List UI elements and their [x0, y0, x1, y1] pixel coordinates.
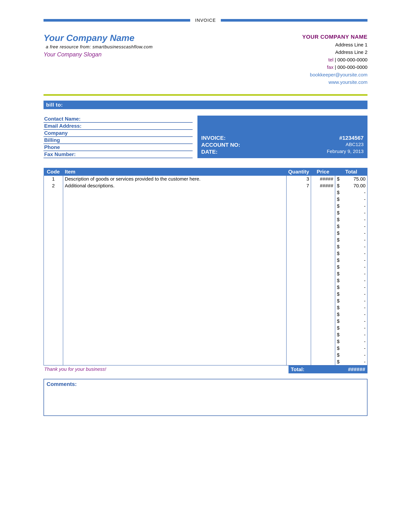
cell-price: [311, 196, 335, 203]
company-name: Your Company Name: [44, 33, 153, 43]
cell-total: $-: [335, 311, 367, 318]
cell-price: [311, 257, 335, 264]
contact-billing-field: Billing: [44, 137, 193, 144]
col-code: Code: [44, 168, 63, 176]
table-row: $-: [44, 237, 367, 243]
contact-fax-field: Fax Number:: [44, 151, 193, 158]
invoice-no-value: #1234567: [339, 135, 364, 141]
company-name-right: YOUR COMPANY NAME: [302, 33, 367, 41]
cell-code: [44, 291, 63, 298]
cell-total: $-: [335, 277, 367, 284]
cell-qty: [286, 189, 311, 196]
resource-line: a free resource from: smartbusinesscashf…: [46, 44, 153, 49]
cell-item: Description of goods or services provide…: [63, 176, 286, 182]
cell-code: [44, 359, 63, 365]
cell-price: [311, 223, 335, 230]
cell-code: [44, 304, 63, 311]
cell-code: [44, 338, 63, 345]
cell-total: $-: [335, 223, 367, 230]
cell-price: [311, 216, 335, 223]
cell-item: [63, 277, 286, 284]
tel-number: 000-000-0000: [337, 57, 367, 62]
cell-code: [44, 223, 63, 230]
cell-item: [63, 332, 286, 338]
contact-company-field: Company: [44, 130, 193, 137]
company-slogan: Your Company Slogan: [44, 51, 153, 58]
cell-price: [311, 311, 335, 318]
cell-item: [63, 243, 286, 250]
cell-item: [63, 298, 286, 304]
fax-label: fax: [327, 65, 334, 70]
cell-qty: [286, 304, 311, 311]
cell-total: $-: [335, 359, 367, 365]
cell-price: [311, 264, 335, 271]
cell-price: [311, 304, 335, 311]
table-row: $-: [44, 325, 367, 332]
cell-item: [63, 264, 286, 271]
cell-qty: [286, 332, 311, 338]
table-row: $-: [44, 284, 367, 291]
address-line-1: Address Line 1: [302, 41, 367, 49]
cell-qty: [286, 352, 311, 359]
cell-qty: [286, 264, 311, 271]
cell-qty: 7: [286, 182, 311, 189]
cell-price: [311, 291, 335, 298]
website-link: www.yoursite.com: [302, 78, 367, 86]
cell-total: $-: [335, 230, 367, 237]
cell-item: Additional descriptions.: [63, 182, 286, 189]
date-value: February 9, 2013: [327, 149, 364, 155]
table-row: $-: [44, 243, 367, 250]
cell-item: [63, 250, 286, 257]
cell-total: $-: [335, 250, 367, 257]
cell-code: [44, 243, 63, 250]
cell-code: [44, 271, 63, 277]
document-title: INVOICE: [195, 18, 216, 23]
cell-qty: [286, 243, 311, 250]
cell-item: [63, 359, 286, 365]
table-row: $-: [44, 230, 367, 237]
cell-qty: [286, 284, 311, 291]
cell-price: [311, 352, 335, 359]
cell-price: #####: [311, 182, 335, 189]
account-no-label: ACCOUNT NO:: [201, 142, 240, 148]
cell-total: $-: [335, 338, 367, 345]
cell-qty: [286, 338, 311, 345]
fax-number: 000-000-0000: [337, 65, 367, 70]
bill-to-bar: bill to:: [44, 101, 367, 109]
cell-price: [311, 332, 335, 338]
grand-total-row: Total: ######: [289, 365, 367, 373]
cell-qty: [286, 223, 311, 230]
cell-qty: [286, 196, 311, 203]
cell-total: $-: [335, 304, 367, 311]
cell-qty: [286, 359, 311, 365]
tel-label: tel: [328, 57, 334, 62]
grand-total-value: ######: [348, 366, 365, 372]
line-items-table: Code Item Quantity Price Total 1Descript…: [44, 168, 367, 365]
cell-code: [44, 216, 63, 223]
fax-line: fax | 000-000-0000: [302, 64, 367, 71]
cell-qty: [286, 237, 311, 243]
contact-name-field: Contact Name:: [44, 116, 193, 123]
cell-price: [311, 359, 335, 365]
cell-code: [44, 257, 63, 264]
phone-line: tel | 000-000-0000: [302, 56, 367, 64]
cell-price: [311, 277, 335, 284]
cell-item: [63, 284, 286, 291]
table-row: $-: [44, 338, 367, 345]
table-row: $-: [44, 345, 367, 352]
table-row: $-: [44, 216, 367, 223]
contact-phone-field: Phone: [44, 144, 193, 151]
cell-total: $-: [335, 271, 367, 277]
table-row: 1Description of goods or services provid…: [44, 176, 367, 182]
cell-code: [44, 311, 63, 318]
cell-qty: [286, 271, 311, 277]
cell-code: [44, 298, 63, 304]
cell-qty: [286, 203, 311, 209]
table-row: $-: [44, 304, 367, 311]
cell-item: [63, 196, 286, 203]
cell-code: [44, 230, 63, 237]
cell-price: [311, 250, 335, 257]
cell-price: [311, 298, 335, 304]
rule-bar-left: [44, 19, 190, 22]
cell-total: $-: [335, 243, 367, 250]
